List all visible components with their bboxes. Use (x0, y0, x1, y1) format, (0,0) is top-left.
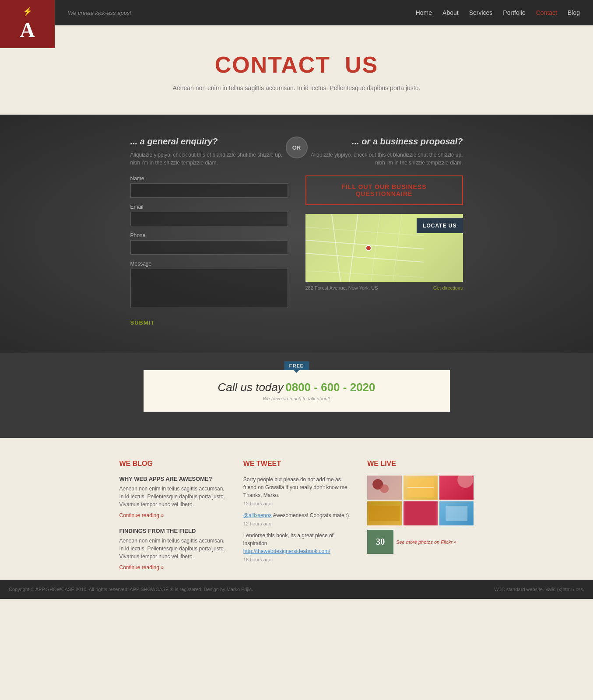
nav-about[interactable]: About (442, 9, 459, 16)
hero-description: Aenean non enim in tellus sagittis accum… (9, 83, 584, 93)
contact-left: ... a general enquiry? Aliquizzle yippiy… (130, 136, 288, 326)
bolt-icon: ⚡ (23, 7, 32, 16)
name-group: Name (130, 175, 288, 198)
thumb-2-svg (404, 476, 438, 500)
email-input[interactable] (130, 212, 288, 226)
hero-title: CONTACT US (9, 52, 584, 78)
post-2-continue[interactable]: Continue reading » (119, 564, 164, 570)
thumb-5-svg (404, 501, 438, 525)
call-number: 0800 - 600 - 2020 (285, 381, 375, 394)
live-thumb-7[interactable]: 30 (367, 530, 393, 554)
post-2-title: FINDINGS FROM THE FIELD (119, 528, 226, 534)
tweet-word: TWEET (256, 460, 281, 467)
live-thumb-4[interactable] (367, 501, 401, 525)
message-group: Message (130, 261, 288, 310)
contact-right: ... or a business proposal? Aliquizzle y… (305, 136, 463, 326)
thumb-6-svg (439, 501, 474, 525)
tweet-2-link[interactable]: @allixsenos (243, 512, 272, 518)
svg-line-6 (371, 214, 380, 282)
message-textarea[interactable] (130, 269, 288, 308)
contact-inner: ... a general enquiry? Aliquizzle yippiy… (122, 136, 472, 326)
tweet-1-time: 12 hours ago (243, 501, 350, 506)
name-label: Name (130, 175, 288, 182)
svg-line-2 (332, 214, 340, 282)
address-text: 282 Forest Avenue, New York, US (305, 285, 378, 290)
directions-link[interactable]: Get directions (433, 285, 463, 290)
nav-links: Home About Services Portfolio Contact Bl… (416, 9, 593, 16)
thumb-3-svg (439, 476, 474, 500)
questionnaire-button[interactable]: FILL OUT OUR BUSINESS QUESTIONNAIRE (305, 175, 463, 205)
svg-line-7 (393, 214, 402, 282)
enquiry-title: ... a general enquiry? (130, 136, 288, 147)
blog-word: BLOG (133, 460, 153, 467)
footer-inner: WE BLOG WHY WEB APPS ARE AWESOME? Aenean… (111, 460, 483, 580)
tweet-3-time: 16 hours ago (243, 557, 350, 562)
live-thumb-5[interactable] (404, 501, 438, 525)
footer-bottom: Copyright © APP SHOWCASE 2010. All right… (0, 580, 593, 599)
post-1-continue[interactable]: Continue reading » (119, 512, 164, 518)
call-banner: FREE Call us today 0800 - 600 - 2020 We … (144, 370, 450, 412)
call-section: FREE Call us today 0800 - 600 - 2020 We … (0, 353, 593, 438)
phone-input[interactable] (130, 240, 288, 255)
email-label: Email (130, 204, 288, 210)
phone-label: Phone (130, 232, 288, 238)
enquiry-desc: Aliquizzle yippiyo, check out this et bl… (130, 151, 288, 167)
svg-rect-13 (369, 506, 400, 521)
biz-desc: Aliquizzle yippiyo, check out this et bl… (305, 151, 463, 167)
svg-line-1 (305, 253, 424, 262)
navbar: ⚡ A We create kick-ass apps! Home About … (0, 0, 593, 25)
nav-home[interactable]: Home (416, 9, 432, 16)
tweet-we: WE (243, 460, 256, 467)
nav-blog[interactable]: Blog (568, 9, 580, 16)
logo[interactable]: ⚡ A (0, 0, 55, 48)
tweet-heading: WE TWEET (243, 460, 350, 468)
hero-section: CONTACT US Aenean non enim in tellus sag… (0, 25, 593, 115)
tweet-2-time: 12 hours ago (243, 521, 350, 526)
live-thumb-6[interactable] (439, 501, 474, 525)
map-container: LOCATE US (305, 214, 463, 282)
tweet-3-text: I endorse this book, its a great piece o… (243, 532, 350, 555)
logo-letter: A (20, 18, 35, 42)
phone-group: Phone (130, 232, 288, 255)
nav-portfolio[interactable]: Portfolio (503, 9, 525, 16)
call-sub: We have so much to talk about! (161, 396, 432, 401)
name-input[interactable] (130, 183, 288, 198)
nav-services[interactable]: Services (469, 9, 493, 16)
email-group: Email (130, 204, 288, 226)
call-text: Call us today (218, 381, 283, 394)
hero-title-red: US (345, 52, 378, 77)
live-grid (367, 476, 474, 525)
tweet-3-link[interactable]: http://thewebdesignersideabook.com/ (243, 548, 330, 554)
svg-line-5 (305, 271, 424, 277)
free-badge: FREE (284, 361, 309, 370)
svg-point-12 (457, 476, 473, 488)
svg-rect-15 (446, 506, 467, 521)
tagline: We create kick-ass apps! (68, 10, 131, 16)
contact-section: ... a general enquiry? Aliquizzle yippiy… (0, 115, 593, 353)
svg-line-0 (305, 240, 424, 249)
call-content: Call us today 0800 - 600 - 2020 (161, 381, 432, 394)
live-thumb-1[interactable] (367, 476, 401, 500)
footer-blog-col: WE BLOG WHY WEB APPS ARE AWESOME? Aenean… (119, 460, 226, 580)
thumb-4-svg (367, 501, 401, 525)
thumb-1-svg (367, 476, 401, 500)
blog-we: WE (119, 460, 133, 467)
contact-form: Name Email Phone Message SUBMIT (130, 175, 288, 326)
footer-valid: W3C standard website. Valid (x)html / cs… (494, 587, 584, 592)
live-heading: WE LIVE (367, 460, 474, 468)
map-background: LOCATE US (305, 214, 463, 282)
flickr-link[interactable]: See more photos on Flickr » (396, 539, 456, 545)
address-row: 282 Forest Avenue, New York, US Get dire… (305, 285, 463, 290)
live-thumb-3[interactable] (439, 476, 474, 500)
nav-contact[interactable]: Contact (536, 9, 557, 16)
blog-post-2: FINDINGS FROM THE FIELD Aenean non enim … (119, 528, 226, 571)
live-word: LIVE (380, 460, 396, 467)
live-thumb-2[interactable] (404, 476, 438, 500)
footer-tweet-col: WE TWEET Sorry people but please do not … (243, 460, 350, 580)
tweet-1-text: Sorry people but please do not add me as… (243, 476, 350, 499)
footer: WE BLOG WHY WEB APPS ARE AWESOME? Aenean… (0, 438, 593, 612)
submit-button[interactable]: SUBMIT (130, 319, 155, 326)
blog-heading: WE BLOG (119, 460, 226, 468)
biz-title: ... or a business proposal? (305, 136, 463, 147)
locate-us-button[interactable]: LOCATE US (417, 218, 463, 233)
